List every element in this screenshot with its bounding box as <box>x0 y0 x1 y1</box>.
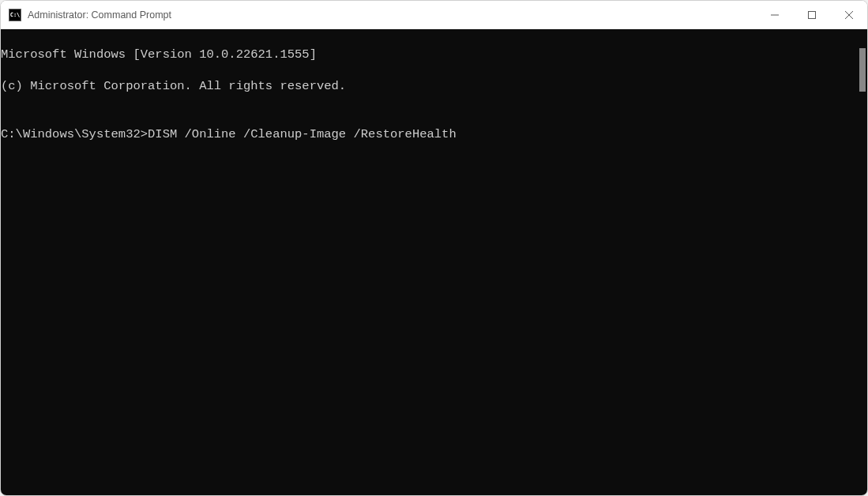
close-button[interactable] <box>830 1 867 29</box>
minimize-button[interactable] <box>756 1 793 29</box>
terminal-prompt-line: C:\Windows\System32>DISM /Online /Cleanu… <box>1 126 867 142</box>
cmd-icon-label: C:\ <box>10 13 21 18</box>
window-title: Administrator: Command Prompt <box>28 9 756 21</box>
window-controls <box>756 1 867 29</box>
cmd-icon: C:\ <box>9 9 21 21</box>
minimize-icon <box>771 11 779 19</box>
terminal-line: (c) Microsoft Corporation. All rights re… <box>1 78 867 94</box>
command-prompt-window: C:\ Administrator: Command Prompt Micros… <box>0 0 868 496</box>
svg-rect-1 <box>808 12 815 19</box>
terminal-area[interactable]: Microsoft Windows [Version 10.0.22621.15… <box>1 29 867 495</box>
terminal-content: Microsoft Windows [Version 10.0.22621.15… <box>1 29 867 174</box>
terminal-line: Microsoft Windows [Version 10.0.22621.15… <box>1 47 867 62</box>
titlebar[interactable]: C:\ Administrator: Command Prompt <box>1 1 867 29</box>
vertical-scrollbar[interactable] <box>859 48 866 92</box>
maximize-icon <box>808 11 816 19</box>
maximize-button[interactable] <box>793 1 830 29</box>
close-icon <box>845 11 853 19</box>
